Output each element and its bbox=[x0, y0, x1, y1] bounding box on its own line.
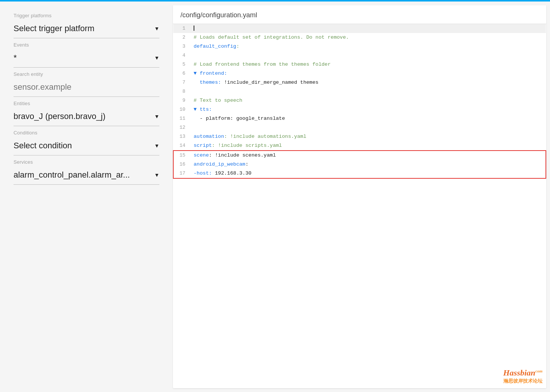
trigger-arrow: ▼ bbox=[154, 26, 159, 32]
events-value: * bbox=[14, 53, 17, 63]
events-divider bbox=[14, 67, 159, 68]
left-panel: Trigger platforms Select trigger platfor… bbox=[0, 2, 173, 392]
conditions-value: Select condition bbox=[14, 141, 72, 151]
editor-title: /config/configuration.yaml bbox=[173, 5, 546, 24]
services-label: Services bbox=[14, 159, 159, 165]
conditions-section: Conditions Select condition ▼ bbox=[14, 130, 159, 155]
services-divider bbox=[14, 184, 159, 185]
table-row bbox=[173, 178, 546, 188]
services-value: alarm_control_panel.alarm_ar... bbox=[14, 170, 130, 180]
conditions-dropdown[interactable]: Select condition ▼ bbox=[14, 138, 159, 154]
watermark-brand-text: Hassbian bbox=[503, 368, 535, 377]
watermark-subtitle: 瀚思彼岸技术论坛 bbox=[503, 378, 542, 384]
trigger-dropdown[interactable]: Select trigger platform ▼ bbox=[14, 21, 159, 37]
events-section: Events * ▼ bbox=[14, 42, 159, 68]
table-row: 15scene: !include scenes.yaml bbox=[173, 151, 546, 160]
watermark: Hassbiancom 瀚思彼岸技术论坛 bbox=[503, 368, 542, 384]
watermark-com: com bbox=[535, 369, 542, 373]
services-dropdown[interactable]: alarm_control_panel.alarm_ar... ▼ bbox=[14, 167, 159, 184]
table-row: 9# Text to speech bbox=[173, 96, 546, 105]
table-row: 1 bbox=[173, 24, 546, 33]
entities-section: Entities bravo_J (person.bravo_j) ▼ bbox=[14, 101, 159, 126]
table-row: 10▼ tts: bbox=[173, 105, 546, 114]
trigger-value: Select trigger platform bbox=[14, 24, 94, 33]
table-row: 11 - platform: google_translate bbox=[173, 114, 546, 123]
trigger-label: Trigger platforms bbox=[14, 13, 159, 18]
table-row: 17-host: 192.168.3.30 bbox=[173, 169, 546, 178]
table-row bbox=[173, 215, 546, 224]
events-label: Events bbox=[14, 42, 159, 48]
table-row bbox=[173, 206, 546, 215]
conditions-label: Conditions bbox=[14, 130, 159, 136]
table-row bbox=[173, 242, 546, 251]
services-section: Services alarm_control_panel.alarm_ar...… bbox=[14, 159, 159, 185]
entities-arrow: ▼ bbox=[154, 113, 159, 119]
trigger-section: Trigger platforms Select trigger platfor… bbox=[14, 13, 159, 38]
table-row: 6▼ frontend: bbox=[173, 69, 546, 78]
search-entity-section: Search entity bbox=[14, 71, 159, 97]
code-table: 12# Loads default set of integrations. D… bbox=[173, 24, 546, 251]
table-row: 13automation: !include automations.yaml bbox=[173, 132, 546, 141]
table-row bbox=[173, 188, 546, 197]
watermark-brand: Hassbiancom bbox=[503, 368, 542, 378]
services-arrow: ▼ bbox=[154, 172, 159, 178]
table-row: 7 themes: !include_dir_merge_named theme… bbox=[173, 78, 546, 87]
entities-label: Entities bbox=[14, 101, 159, 106]
conditions-arrow: ▼ bbox=[154, 143, 159, 149]
entities-value: bravo_J (person.bravo_j) bbox=[14, 112, 106, 121]
table-row: 3default_config: bbox=[173, 42, 546, 51]
table-row: 12 bbox=[173, 123, 546, 132]
table-row: 5# Load frontend themes from the themes … bbox=[173, 60, 546, 69]
table-row: 4 bbox=[173, 51, 546, 60]
conditions-divider bbox=[14, 155, 159, 155]
entities-dropdown[interactable]: bravo_J (person.bravo_j) ▼ bbox=[14, 109, 159, 125]
table-row bbox=[173, 233, 546, 242]
table-row bbox=[173, 224, 546, 233]
search-entity-input[interactable] bbox=[14, 82, 159, 92]
events-dropdown[interactable]: * ▼ bbox=[14, 50, 159, 66]
table-row bbox=[173, 197, 546, 206]
search-entity-label: Search entity bbox=[14, 71, 159, 77]
table-row: 8 bbox=[173, 87, 546, 96]
table-row: 16android_ip_webcam: bbox=[173, 160, 546, 169]
editor-body[interactable]: 12# Loads default set of integrations. D… bbox=[173, 24, 546, 388]
entities-divider bbox=[14, 126, 159, 126]
table-row: 14script: !include scripts.yaml bbox=[173, 141, 546, 151]
code-editor-panel: /config/configuration.yaml 12# Loads def… bbox=[173, 5, 546, 388]
table-row: 2# Loads default set of integrations. Do… bbox=[173, 33, 546, 42]
trigger-divider bbox=[14, 38, 159, 38]
search-entity-divider bbox=[14, 96, 159, 97]
events-arrow: ▼ bbox=[154, 55, 159, 61]
